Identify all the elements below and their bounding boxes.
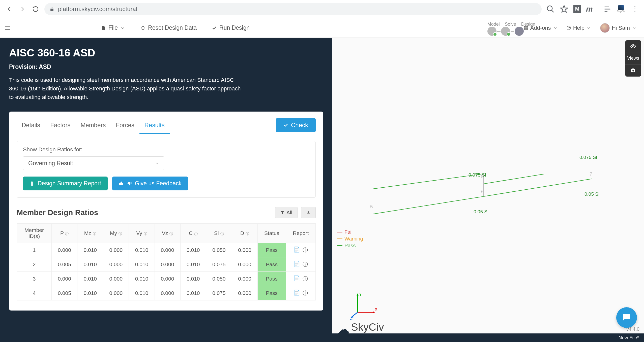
- filter-icon: [280, 211, 284, 215]
- pipeline-label-design: Design: [521, 22, 535, 27]
- col-report: Report: [286, 224, 316, 243]
- check-button[interactable]: Check: [276, 118, 316, 132]
- tab-forces[interactable]: Forces: [111, 119, 139, 134]
- axis-z-label: Z: [350, 316, 353, 320]
- svg-marker-19: [373, 311, 375, 313]
- model-label: 6: [481, 189, 484, 194]
- chat-icon: [622, 313, 632, 323]
- run-design[interactable]: Run Design: [212, 24, 250, 31]
- forward-button[interactable]: [18, 5, 27, 13]
- svg-marker-17: [357, 293, 359, 296]
- report-file-icon[interactable]: 📄: [294, 261, 300, 268]
- pipeline-node-design[interactable]: [515, 27, 524, 36]
- model-label: 7: [590, 171, 592, 177]
- svg-line-11: [373, 174, 484, 189]
- visibility-tool[interactable]: [625, 40, 641, 52]
- tab-results[interactable]: Results: [139, 119, 170, 134]
- filter-box: Show Design Ratios for: Governing Result…: [17, 141, 316, 198]
- model-label: 0.075 Sl: [579, 155, 597, 160]
- pipeline-node-solve[interactable]: [501, 27, 510, 36]
- app-topbar: File Reset Design Data Run Design Model …: [0, 18, 644, 38]
- reload-button[interactable]: [31, 5, 40, 13]
- model-label: 0.05 Sl: [474, 209, 488, 215]
- report-file-icon[interactable]: 📄: [294, 247, 300, 254]
- col-c: C ⓘ: [180, 224, 206, 243]
- chevron-down-icon: [553, 26, 558, 30]
- feedback-button[interactable]: Give us Feedback: [112, 177, 188, 190]
- file-menu[interactable]: File: [101, 24, 125, 31]
- url-text: platform.skyciv.com/structural: [58, 6, 137, 13]
- svg-line-9: [373, 196, 484, 214]
- viewport-tools: Views: [625, 40, 641, 77]
- svg-rect-3: [524, 28, 525, 29]
- download-button[interactable]: [301, 207, 316, 218]
- table-row[interactable]: 30.0000.0100.0000.0100.0000.0100.0500.00…: [17, 272, 316, 286]
- back-button[interactable]: [5, 5, 14, 13]
- views-tool[interactable]: Views: [625, 52, 641, 64]
- table-row[interactable]: 40.0050.0100.0000.0100.0000.0100.0750.00…: [17, 286, 316, 300]
- pipeline-node-model[interactable]: [487, 27, 496, 36]
- report-file-icon[interactable]: 📄: [294, 275, 300, 282]
- svg-point-7: [632, 46, 634, 47]
- extension-list-icon[interactable]: [603, 5, 612, 13]
- chat-bubble[interactable]: [616, 307, 637, 328]
- tab-members[interactable]: Members: [75, 119, 111, 134]
- model-label: 5: [370, 204, 373, 210]
- check-icon: [283, 123, 288, 128]
- tab-bar: DetailsFactorsMembersForcesResults Check: [17, 118, 316, 135]
- col-p: P ⓘ: [52, 224, 77, 243]
- filter-label: Show Design Ratios for:: [23, 146, 82, 153]
- camera-tool[interactable]: [625, 64, 641, 77]
- search-page-icon[interactable]: [546, 5, 555, 13]
- left-panel: AISC 360-16 ASD Provision: ASD This code…: [0, 38, 332, 342]
- svg-rect-4: [526, 28, 528, 29]
- svg-point-0: [547, 6, 552, 11]
- status-cell: Pass: [258, 243, 286, 257]
- page-title: AISC 360-16 ASD: [9, 47, 323, 59]
- results-panel: DetailsFactorsMembersForcesResults Check…: [9, 112, 323, 311]
- col-sl: Sl ⓘ: [206, 224, 232, 243]
- tab-details[interactable]: Details: [17, 119, 45, 134]
- browser-menu-icon[interactable]: ⋮: [630, 5, 639, 13]
- model-render: 0.075 Sl0.075 Sl0.05 Sl0.05 Sl5678: [373, 174, 600, 240]
- col-vy: Vy ⓘ: [129, 224, 155, 243]
- hamburger-button[interactable]: [0, 18, 15, 38]
- reset-design-data[interactable]: Reset Design Data: [140, 24, 197, 31]
- viewport-3d[interactable]: Views 0.075 Sl0.075 Sl0.05 Sl0.05 Sl5678…: [332, 38, 644, 342]
- pipeline-label-solve: Solve: [505, 22, 516, 27]
- extension-m-italic[interactable]: m: [586, 5, 593, 13]
- thumbs-up-icon: [119, 181, 124, 186]
- tab-factors[interactable]: Factors: [45, 119, 75, 134]
- report-info-icon[interactable]: ⓘ: [303, 247, 308, 254]
- report-info-icon[interactable]: ⓘ: [303, 275, 308, 282]
- design-summary-report-button[interactable]: Design Summary Report: [23, 177, 108, 190]
- help-menu[interactable]: Help: [567, 25, 591, 31]
- star-icon[interactable]: [560, 5, 568, 13]
- provision: Provision: ASD: [9, 63, 323, 70]
- user-menu[interactable]: Hi Sam: [600, 23, 636, 33]
- model-label: 0.05 Sl: [584, 191, 599, 197]
- report-icon: [30, 181, 35, 186]
- axis-x-label: X: [375, 307, 377, 312]
- col-status: Status: [258, 224, 286, 243]
- chevron-down-icon: [120, 25, 125, 30]
- table-row[interactable]: 10.0000.0100.0000.0100.0000.0100.0500.00…: [17, 243, 316, 257]
- report-info-icon[interactable]: ⓘ: [303, 261, 308, 268]
- extension-m-square[interactable]: M: [573, 5, 581, 13]
- extension-skyciv[interactable]: SkyCiv: [617, 5, 625, 13]
- svg-point-6: [569, 29, 569, 29]
- report-file-icon[interactable]: 📄: [294, 290, 300, 297]
- col-mz: Mz ⓘ: [77, 224, 103, 243]
- browser-chrome: platform.skyciv.com/structural M m SkyCi…: [0, 0, 644, 18]
- description: This code is used for designing steel me…: [9, 76, 241, 101]
- ratio-select[interactable]: Governing Result: [23, 156, 164, 170]
- axes-gizmo: Y X Z: [350, 292, 378, 320]
- avatar: [600, 23, 610, 33]
- filter-all-button[interactable]: All: [275, 207, 298, 218]
- file-icon: [101, 25, 106, 30]
- report-info-icon[interactable]: ⓘ: [303, 290, 308, 297]
- chevron-down-icon: [155, 161, 159, 165]
- table-row[interactable]: 20.0050.0100.0000.0100.0000.0100.0750.00…: [17, 257, 316, 272]
- address-bar[interactable]: platform.skyciv.com/structural: [44, 3, 542, 15]
- check-icon: [212, 25, 217, 30]
